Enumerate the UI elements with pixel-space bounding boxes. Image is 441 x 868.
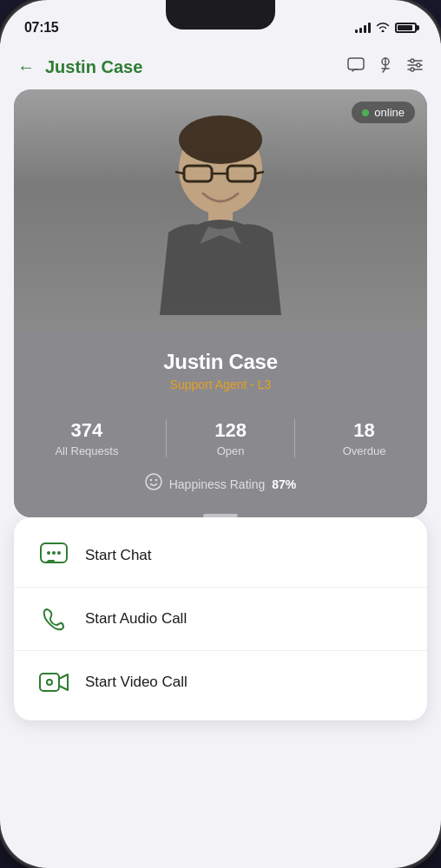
profile-card: online Justin Case Support Agent - L3 37… (14, 89, 427, 517)
happiness-row: Happiness Rating 87% (14, 466, 427, 509)
avatar (134, 107, 307, 315)
svg-point-5 (411, 59, 414, 62)
stats-row: 374 All Requests 128 Open 18 Overdue (14, 405, 427, 466)
stat-all-requests-label: All Requests (55, 444, 118, 457)
battery-icon (395, 23, 417, 33)
phone-action-icon (38, 603, 69, 635)
header: ← Justin Case (0, 43, 441, 89)
drag-handle (14, 509, 427, 517)
svg-point-7 (411, 68, 414, 71)
svg-point-25 (47, 680, 52, 685)
svg-rect-24 (40, 674, 59, 691)
online-status: online (374, 106, 405, 119)
signal-icon (355, 23, 371, 33)
profile-background (14, 89, 427, 332)
svg-point-6 (417, 63, 420, 67)
stat-all-requests-value: 374 (55, 419, 118, 442)
happiness-label: Happiness Rating (169, 477, 266, 491)
wifi-icon (376, 21, 390, 35)
screen: ← Justin Case (0, 43, 441, 868)
online-indicator (362, 109, 369, 116)
svg-point-22 (52, 551, 56, 555)
stat-overdue-label: Overdue (343, 444, 386, 457)
svg-point-18 (150, 479, 152, 481)
svg-rect-0 (348, 58, 364, 69)
smile-icon (145, 473, 162, 495)
stat-open-label: Open (214, 444, 247, 457)
chat-icon[interactable] (347, 57, 365, 77)
profile-role: Support Agent - L3 (31, 378, 410, 391)
profile-name: Justin Case (31, 350, 410, 374)
happiness-value: 87% (272, 477, 296, 491)
svg-point-23 (57, 551, 61, 555)
start-video-call-button[interactable]: Start Video Call (14, 651, 427, 713)
stat-divider-1 (166, 419, 167, 457)
start-audio-call-button[interactable]: Start Audio Call (14, 588, 427, 651)
svg-point-17 (146, 474, 161, 490)
video-action-icon (38, 667, 69, 698)
start-chat-label: Start Chat (85, 547, 152, 564)
status-icons (355, 21, 417, 35)
svg-point-9 (179, 115, 262, 164)
notch (166, 0, 275, 30)
svg-point-21 (47, 551, 50, 555)
stat-open-value: 128 (214, 419, 247, 442)
settings-icon[interactable] (406, 57, 424, 77)
status-time: 07:15 (24, 20, 58, 36)
stat-all-requests: 374 All Requests (55, 419, 118, 457)
stat-divider-2 (294, 419, 295, 457)
back-button[interactable]: ← (17, 54, 42, 81)
phone-frame: 07:15 ← Justin Case (0, 0, 441, 868)
header-action-icons (347, 57, 424, 77)
start-chat-button[interactable]: Start Chat (14, 524, 427, 588)
chat-action-icon (38, 540, 69, 571)
stat-open: 128 Open (214, 419, 247, 457)
online-badge: online (352, 102, 415, 123)
pin-icon[interactable] (378, 57, 392, 77)
stat-overdue-value: 18 (343, 419, 386, 442)
svg-point-19 (155, 479, 157, 481)
page-title: Justin Case (42, 57, 347, 77)
start-audio-call-label: Start Audio Call (85, 610, 187, 628)
stat-overdue: 18 Overdue (343, 419, 386, 457)
profile-image-area: online (14, 89, 427, 332)
start-video-call-label: Start Video Call (85, 674, 188, 691)
profile-info: Justin Case Support Agent - L3 (14, 332, 427, 405)
bottom-sheet: Start Chat Start Audio Call (14, 517, 427, 720)
